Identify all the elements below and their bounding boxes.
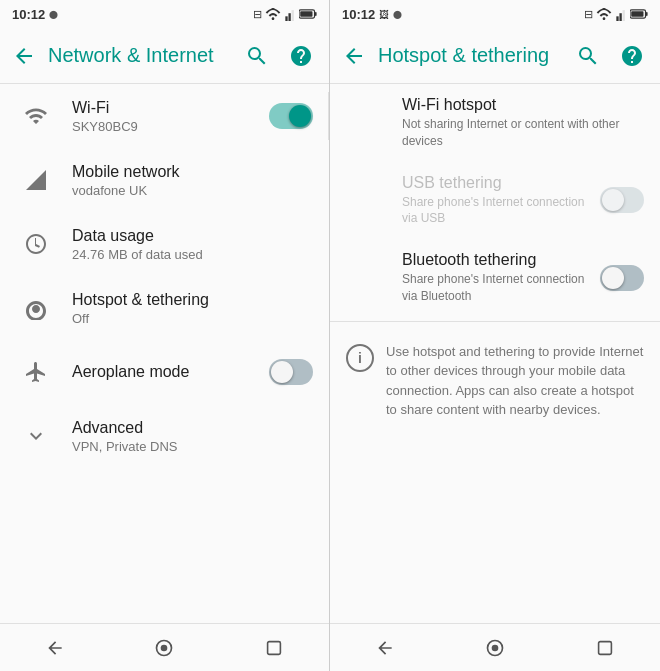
bluetooth-tethering-title: Bluetooth tethering xyxy=(402,251,592,269)
settings-list-left: Wi-Fi SKY80BC9 Mobile network vodafone U… xyxy=(0,84,329,623)
help-button-right[interactable] xyxy=(612,36,652,76)
dot-icon-left: ⬤ xyxy=(49,10,58,19)
svg-point-16 xyxy=(492,644,499,651)
battery-status-icon-right xyxy=(630,7,648,21)
nav-bar-left xyxy=(0,623,329,671)
svg-rect-2 xyxy=(292,10,294,21)
usb-toggle-knob xyxy=(602,189,624,211)
status-bar-left: 10:12 ⬤ ⊟ xyxy=(0,0,329,28)
settings-item-bluetooth-tethering[interactable]: Bluetooth tethering Share phone's Intern… xyxy=(330,239,660,317)
app-bar-right: Hotspot & tethering xyxy=(330,28,660,84)
search-button-right[interactable] xyxy=(568,36,608,76)
svg-rect-14 xyxy=(631,11,643,17)
data-usage-icon xyxy=(16,224,56,264)
data-title: Data usage xyxy=(72,227,313,245)
advanced-title: Advanced xyxy=(72,419,313,437)
settings-item-data[interactable]: Data usage 24.76 MB of data used xyxy=(0,212,329,276)
svg-rect-9 xyxy=(616,16,618,21)
info-icon: i xyxy=(346,344,374,372)
wifi-status-icon xyxy=(265,7,281,21)
signal-status-icon-right xyxy=(615,7,627,21)
aeroplane-toggle-knob xyxy=(271,361,293,383)
wifi-hotspot-subtitle: Not sharing Internet or content with oth… xyxy=(402,116,644,150)
divider-vertical xyxy=(328,92,329,140)
wifi-status-icon-right xyxy=(596,7,612,21)
usb-toggle-container xyxy=(600,187,644,213)
settings-item-mobile[interactable]: Mobile network vodafone UK xyxy=(0,148,329,212)
svg-rect-5 xyxy=(300,11,312,17)
svg-rect-17 xyxy=(599,641,612,654)
usb-toggle xyxy=(600,187,644,213)
bluetooth-toggle[interactable] xyxy=(600,265,644,291)
back-button-left[interactable] xyxy=(4,36,44,76)
settings-item-aeroplane[interactable]: Aeroplane mode xyxy=(0,340,329,404)
home-nav-right[interactable] xyxy=(470,628,520,668)
back-nav-right[interactable] xyxy=(360,628,410,668)
hotspot-subtitle: Off xyxy=(72,311,313,326)
svg-point-7 xyxy=(161,644,168,651)
wifi-icon xyxy=(16,96,56,136)
hotspot-title: Hotspot & tethering xyxy=(72,291,313,309)
recents-nav-right[interactable] xyxy=(580,628,630,668)
usb-tethering-subtitle: Share phone's Internet connection via US… xyxy=(402,194,592,228)
data-subtitle: 24.76 MB of data used xyxy=(72,247,313,262)
settings-item-usb-tethering: USB tethering Share phone's Internet con… xyxy=(330,162,660,240)
svg-rect-8 xyxy=(268,641,281,654)
app-bar-left: Network & Internet xyxy=(0,28,329,84)
wifi-toggle-knob xyxy=(289,105,311,127)
wifi-toggle-container[interactable] xyxy=(269,103,313,129)
bluetooth-toggle-container[interactable] xyxy=(600,265,644,291)
aeroplane-icon xyxy=(16,352,56,392)
back-nav-left[interactable] xyxy=(30,628,80,668)
settings-item-wifi-hotspot[interactable]: Wi-Fi hotspot Not sharing Internet or co… xyxy=(330,84,660,162)
section-divider xyxy=(330,321,660,322)
svg-rect-0 xyxy=(285,16,287,21)
mobile-subtitle: vodafone UK xyxy=(72,183,313,198)
mobile-title: Mobile network xyxy=(72,163,313,181)
wifi-subtitle: SKY80BC9 xyxy=(72,119,261,134)
aeroplane-toggle-container[interactable] xyxy=(269,359,313,385)
nav-bar-right xyxy=(330,623,660,671)
aeroplane-title: Aeroplane mode xyxy=(72,363,261,381)
right-panel: 10:12 🖼 ⬤ ⊟ Hotspot & tethering xyxy=(330,0,660,671)
time-left: 10:12 xyxy=(12,7,45,22)
svg-rect-4 xyxy=(315,12,317,16)
svg-rect-13 xyxy=(646,12,648,16)
svg-rect-10 xyxy=(619,13,621,21)
aeroplane-toggle[interactable] xyxy=(269,359,313,385)
signal-status-icon xyxy=(284,7,296,21)
page-title-right: Hotspot & tethering xyxy=(378,44,568,67)
time-right: 10:12 xyxy=(342,7,375,22)
left-panel: 10:12 ⬤ ⊟ Network & Internet xyxy=(0,0,330,671)
svg-rect-11 xyxy=(623,10,625,21)
help-button-left[interactable] xyxy=(281,36,321,76)
bluetooth-toggle-knob xyxy=(602,267,624,289)
bluetooth-tethering-subtitle: Share phone's Internet connection via Bl… xyxy=(402,271,592,305)
settings-item-advanced[interactable]: Advanced VPN, Private DNS xyxy=(0,404,329,468)
svg-rect-1 xyxy=(288,13,290,21)
info-section: i Use hotspot and tethering to provide I… xyxy=(330,326,660,436)
settings-item-wifi[interactable]: Wi-Fi SKY80BC9 xyxy=(0,84,329,148)
hotspot-settings-list: Wi-Fi hotspot Not sharing Internet or co… xyxy=(330,84,660,623)
info-text: Use hotspot and tethering to provide Int… xyxy=(386,342,644,420)
back-button-right[interactable] xyxy=(334,36,374,76)
settings-item-hotspot[interactable]: Hotspot & tethering Off xyxy=(0,276,329,340)
advanced-icon xyxy=(16,416,56,456)
page-title-left: Network & Internet xyxy=(48,44,237,67)
wifi-hotspot-title: Wi-Fi hotspot xyxy=(402,96,644,114)
mobile-network-icon xyxy=(16,160,56,200)
hotspot-icon xyxy=(16,288,56,328)
dot-icon-right: ⬤ xyxy=(393,10,402,19)
wifi-title: Wi-Fi xyxy=(72,99,261,117)
cast-icon: ⊟ xyxy=(253,8,262,21)
usb-tethering-title: USB tethering xyxy=(402,174,592,192)
cast-icon-right: ⊟ xyxy=(584,8,593,21)
recents-nav-left[interactable] xyxy=(249,628,299,668)
home-nav-left[interactable] xyxy=(139,628,189,668)
search-button-left[interactable] xyxy=(237,36,277,76)
status-bar-right: 10:12 🖼 ⬤ ⊟ xyxy=(330,0,660,28)
wifi-toggle[interactable] xyxy=(269,103,313,129)
advanced-subtitle: VPN, Private DNS xyxy=(72,439,313,454)
battery-status-icon xyxy=(299,7,317,21)
photo-icon: 🖼 xyxy=(379,9,389,20)
